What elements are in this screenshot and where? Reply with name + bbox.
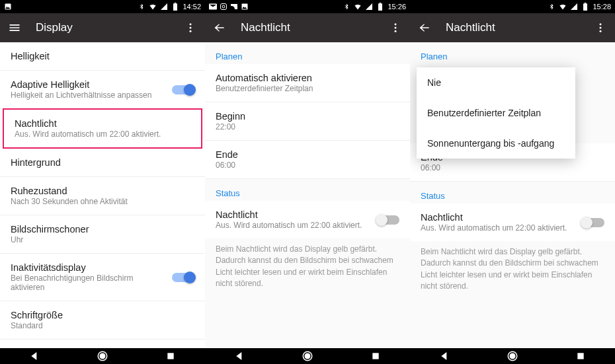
svg-point-21	[100, 353, 105, 359]
panel-nachtlicht-popup: 15:28 Nachtlicht Planen Ende06:00 Status…	[410, 0, 615, 348]
popup-option-sonnenuntergang[interactable]: Sonnenuntergang bis -aufgang	[417, 128, 575, 159]
photo-icon	[241, 3, 249, 11]
battery-icon	[171, 3, 179, 11]
svg-point-17	[600, 23, 602, 25]
row-helligkeit[interactable]: Helligkeit	[0, 42, 205, 71]
back-icon[interactable]	[417, 20, 432, 36]
svg-rect-11	[380, 3, 381, 3]
nav-home[interactable]	[506, 349, 519, 363]
nav-recent[interactable]	[369, 349, 382, 363]
back-icon[interactable]	[212, 20, 227, 36]
row-ruhezustand[interactable]: RuhezustandNach 30 Sekunden ohne Aktivit…	[0, 177, 205, 215]
photo-icon	[4, 3, 12, 11]
svg-rect-1	[173, 3, 177, 11]
description-text: Beim Nachtlicht wird das Display gelb ge…	[205, 238, 410, 299]
row-nachtlicht[interactable]: NachtlichtAus. Wird automatisch um 22:00…	[3, 108, 202, 149]
menu-icon[interactable]	[7, 20, 22, 36]
signal-icon	[365, 3, 373, 11]
status-bar: 15:26	[205, 0, 410, 13]
status-time: 14:52	[183, 3, 201, 11]
wifi-icon	[559, 3, 567, 11]
app-bar: Nachtlicht	[205, 13, 410, 42]
switch-nachtlicht[interactable]	[377, 215, 399, 225]
row-nachtlicht-toggle[interactable]: NachtlichtAus. Wird automatisch um 22:00…	[410, 203, 615, 241]
bluetooth-icon	[343, 3, 350, 11]
row-anzeigegroesse[interactable]: AnzeigegrößeStandard	[0, 340, 205, 348]
svg-point-18	[600, 27, 602, 29]
svg-rect-22	[168, 353, 174, 359]
row-schriftgroesse[interactable]: SchriftgrößeStandard	[0, 301, 205, 340]
nav-bar	[0, 348, 615, 364]
schedule-popup: Nie Benutzerdefinierter Zeitplan Sonnenu…	[417, 67, 575, 159]
gmail-icon	[209, 3, 217, 11]
row-auto-aktivieren[interactable]: Automatisch aktivierenBenutzerdefinierte…	[205, 64, 410, 102]
nav-home[interactable]	[96, 349, 109, 363]
description-text: Beim Nachtlicht wird das Display gelb ge…	[410, 241, 615, 302]
row-hintergrund[interactable]: Hintergrund	[0, 149, 205, 177]
row-beginn[interactable]: Beginn22:00	[205, 102, 410, 141]
nachtlicht-content: Planen Automatisch aktivierenBenutzerdef…	[205, 42, 410, 348]
svg-rect-2	[175, 3, 176, 3]
status-bar: 14:52	[0, 0, 205, 13]
row-adaptive-helligkeit[interactable]: Adaptive HelligkeitHelligkeit an Lichtve…	[0, 71, 205, 109]
instagram-icon	[220, 3, 227, 11]
overflow-icon[interactable]	[593, 20, 608, 36]
settings-list: Helligkeit Adaptive HelligkeitHelligkeit…	[0, 42, 205, 348]
popup-option-nie[interactable]: Nie	[417, 67, 575, 98]
nav-back[interactable]	[28, 349, 41, 363]
panel-nachtlicht: 15:26 Nachtlicht Planen Automatisch akti…	[205, 0, 410, 348]
overflow-icon[interactable]	[388, 20, 403, 36]
svg-point-5	[190, 30, 192, 32]
svg-rect-7	[221, 4, 227, 10]
nav-home[interactable]	[301, 349, 314, 363]
row-inaktivitaetsdisplay[interactable]: InaktivitätsdisplayBei Benachrichtigunge…	[0, 254, 205, 301]
section-status: Status	[205, 179, 410, 201]
svg-point-12	[395, 23, 397, 25]
battery-icon	[581, 3, 589, 11]
svg-point-27	[510, 353, 515, 359]
app-bar: Nachtlicht	[410, 13, 615, 42]
row-ende[interactable]: Ende06:00	[205, 141, 410, 179]
section-planen: Planen	[410, 42, 615, 64]
svg-point-4	[190, 27, 192, 29]
row-bildschirmschoner[interactable]: BildschirmschonerUhr	[0, 215, 205, 254]
switch-inaktivitaet[interactable]	[172, 273, 194, 282]
section-planen: Planen	[205, 42, 410, 64]
nav-back[interactable]	[438, 349, 451, 363]
svg-point-3	[190, 23, 192, 25]
svg-point-8	[222, 5, 225, 8]
svg-rect-10	[378, 3, 382, 11]
page-title: Display	[36, 21, 169, 34]
wifi-icon	[354, 3, 362, 11]
row-nachtlicht-toggle[interactable]: NachtlichtAus. Wird automatisch um 22:00…	[205, 201, 410, 238]
page-title: Nachtlicht	[241, 21, 374, 34]
switch-nachtlicht[interactable]	[582, 218, 604, 227]
svg-point-13	[395, 27, 397, 29]
svg-rect-16	[585, 3, 586, 3]
nav-back[interactable]	[233, 349, 246, 363]
status-bar: 15:28	[410, 0, 615, 13]
svg-rect-25	[373, 353, 379, 359]
signal-icon	[570, 3, 578, 11]
status-time: 15:28	[593, 3, 611, 11]
svg-rect-28	[578, 353, 584, 359]
panel-display: 14:52 Display Helligkeit Adaptive Hellig…	[0, 0, 205, 348]
svg-point-24	[305, 353, 310, 359]
nav-recent[interactable]	[164, 349, 177, 363]
bluetooth-icon	[138, 3, 145, 11]
svg-point-14	[395, 30, 397, 32]
battery-icon	[376, 3, 384, 11]
popup-option-benutzerdefiniert[interactable]: Benutzerdefinierter Zeitplan	[417, 98, 575, 128]
signal-icon	[160, 3, 168, 11]
svg-rect-15	[583, 3, 587, 11]
page-title: Nachtlicht	[446, 21, 579, 34]
status-time: 15:26	[388, 3, 406, 11]
cast-icon	[230, 3, 238, 11]
app-bar: Display	[0, 13, 205, 42]
overflow-icon[interactable]	[183, 20, 198, 36]
svg-point-19	[600, 30, 602, 32]
switch-adaptive[interactable]	[172, 85, 194, 94]
wifi-icon	[149, 3, 157, 11]
nav-recent[interactable]	[574, 349, 587, 363]
bluetooth-icon	[548, 3, 555, 11]
